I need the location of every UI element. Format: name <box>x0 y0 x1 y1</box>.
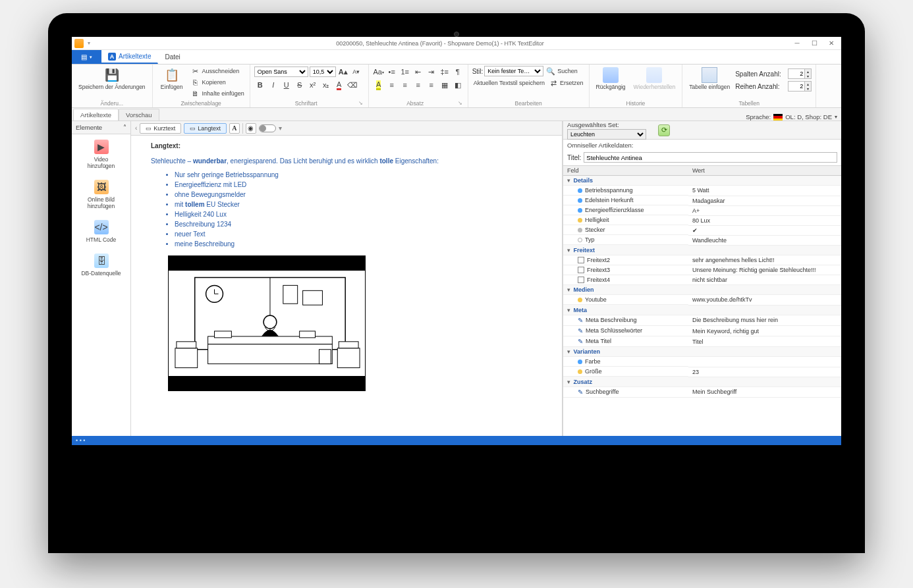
paragraph-dialog-launcher[interactable]: ↘ <box>458 100 464 107</box>
office-cartoon-icon <box>169 271 365 376</box>
font-dialog-launcher[interactable]: ↘ <box>358 100 364 107</box>
placeholder-button[interactable]: ◉ <box>246 123 256 134</box>
file-tab[interactable]: ▤▾ <box>72 50 101 64</box>
search-icon: 🔍 <box>546 67 555 76</box>
property-row[interactable]: TypWandleuchte <box>563 235 841 245</box>
group-row[interactable]: ▾ Details <box>563 176 841 186</box>
redo-icon <box>646 67 662 83</box>
group-row[interactable]: ▾ Meta <box>563 305 841 315</box>
align-center-button[interactable]: ≡ <box>399 79 411 91</box>
rows-count-stepper[interactable]: ▴▾ <box>788 81 812 92</box>
numbering-button[interactable]: 1≡ <box>399 66 411 78</box>
underline-button[interactable]: U <box>281 79 292 91</box>
border-button[interactable]: ▦ <box>439 79 451 91</box>
quick-caret-icon[interactable]: ▾ <box>88 40 90 46</box>
columns-count-stepper[interactable]: ▴▾ <box>788 68 812 79</box>
highlight-button[interactable]: A <box>373 79 385 91</box>
strikethrough-button[interactable]: S <box>294 79 306 91</box>
shrink-font-button[interactable]: A▾ <box>350 66 362 78</box>
maximize-button[interactable]: ☐ <box>807 39 821 48</box>
property-row[interactable]: Helligkeit80 Lux <box>563 215 841 225</box>
refresh-button[interactable]: ⟳ <box>658 124 670 136</box>
align-right-button[interactable]: ≡ <box>412 79 424 91</box>
line-spacing-button[interactable]: ‡≡ <box>439 66 451 78</box>
sidebar-item-video[interactable]: ▶ Video hinzufügen <box>72 134 130 174</box>
bullets-button[interactable]: •≡ <box>386 66 398 78</box>
group-row[interactable]: ▾ Medien <box>563 285 841 295</box>
copy-button[interactable]: ⎘Kopieren <box>190 77 246 88</box>
property-row[interactable]: Youtubewww.youtube.de/htkTv <box>563 295 841 306</box>
subscript-button[interactable]: x₂ <box>320 79 332 91</box>
langtext-view-button[interactable]: ▭Langtext <box>184 123 227 134</box>
tab-vorschau[interactable]: Vorschau <box>119 109 159 120</box>
tab-artikeltexte[interactable]: A Artikeltexte <box>101 50 158 64</box>
font-size-select[interactable]: 10,5 <box>310 67 336 77</box>
font-color-button[interactable]: A <box>333 79 345 91</box>
save-changes-button[interactable]: 💾 Speichern der Änderungen <box>76 66 148 92</box>
close-button[interactable]: ✕ <box>824 39 839 48</box>
property-row[interactable]: Edelstein HerkunftMadagaskar <box>563 196 841 205</box>
case-button[interactable]: Aa▾ <box>373 66 385 78</box>
font-family-select[interactable]: Open Sans <box>254 67 308 77</box>
group-row[interactable]: ▾ Zusatz <box>563 377 841 387</box>
kurztext-view-button[interactable]: ▭Kurztext <box>140 123 181 134</box>
justify-button[interactable]: ≡ <box>426 79 437 91</box>
property-row[interactable]: ✎Meta BeschreibungDie Beschreibung muss … <box>563 315 841 326</box>
save-current-style-button[interactable]: Aktuellen Textstil speichern <box>472 79 546 87</box>
sidebar-item-online-image[interactable]: 🖼 Online Bild hinzufügen <box>72 174 130 215</box>
font-view-button[interactable]: A <box>229 123 240 134</box>
selected-set-dropdown[interactable]: Leuchten <box>567 129 646 140</box>
code-icon: </> <box>94 220 109 234</box>
property-row[interactable]: Freitext4nicht sichtbar <box>563 275 841 285</box>
property-row[interactable]: ✎Meta TitelTitel <box>563 336 841 347</box>
property-row[interactable]: EnergieeffizienzklasseA+ <box>563 205 841 215</box>
cut-button[interactable]: ✂Ausschneiden <box>190 66 246 76</box>
property-row[interactable]: Stecker✔ <box>563 225 841 235</box>
property-row[interactable]: Freitext3Unsere Meinung: Richtig geniale… <box>563 265 841 275</box>
column-header-value[interactable]: Wert <box>688 166 841 176</box>
find-button[interactable]: 🔍Suchen <box>545 66 579 76</box>
toggle-chevron-icon[interactable]: ▾ <box>279 124 282 132</box>
outdent-button[interactable]: ⇤ <box>412 66 424 78</box>
property-row[interactable]: ✎SuchbegriffeMein Suchbegriff <box>563 387 841 398</box>
minimize-button[interactable]: ─ <box>790 39 804 48</box>
italic-button[interactable]: I <box>267 79 279 91</box>
chevron-down-icon: ▾ <box>90 55 92 60</box>
view-toggle[interactable] <box>259 124 276 132</box>
property-grid[interactable]: Feld Wert ▾ DetailsBetriebsspannung5 Wat… <box>563 165 841 436</box>
superscript-button[interactable]: x² <box>307 79 319 91</box>
paste-button[interactable]: 📋 Einfügen <box>157 66 187 92</box>
tab-artikeltexte-doc[interactable]: Artikeltexte <box>73 109 119 120</box>
align-left-button[interactable]: ≡ <box>386 79 398 91</box>
collapse-icon[interactable]: ˄ <box>123 124 126 131</box>
group-row[interactable]: ▾ Varianten <box>563 347 841 357</box>
paste-special-icon: 🗎 <box>191 89 200 98</box>
replace-button[interactable]: ⇄Ersetzen <box>547 78 585 88</box>
article-title-input[interactable] <box>584 152 837 163</box>
insert-table-button[interactable]: Tabelle einfügen <box>686 66 733 92</box>
sidebar-item-db-source[interactable]: 🗄 DB-Datenquelle <box>72 248 130 282</box>
column-header-field[interactable]: Feld <box>563 166 688 176</box>
property-row[interactable]: ✎Meta SchlüsselwörterMein Keyword, richt… <box>563 326 841 336</box>
property-row[interactable]: Farbe <box>563 357 841 367</box>
property-row[interactable]: Freitext2sehr angenehmes helles Licht!! <box>563 255 841 265</box>
language-selector[interactable]: Sprache: OL: D, Shop: DE ▾ <box>746 113 841 120</box>
bold-button[interactable]: B <box>254 79 266 91</box>
text-style-select[interactable]: Kein fester Te… <box>484 66 543 76</box>
editor-content[interactable]: Langtext: Stehleuchte – wunderbar, energ… <box>131 136 562 436</box>
sidebar-item-html-code[interactable]: </> HTML Code <box>72 215 130 248</box>
property-row[interactable]: Betriebsspannung5 Watt <box>563 186 841 196</box>
redo-button[interactable]: Wiederherstellen <box>631 66 678 92</box>
grow-font-button[interactable]: A▴ <box>337 66 349 78</box>
shading-button[interactable]: ◧ <box>452 79 464 91</box>
indent-button[interactable]: ⇥ <box>426 66 437 78</box>
paste-contents-button[interactable]: 🗎Inhalte einfügen <box>190 88 246 99</box>
nav-left-icon[interactable]: ‹ <box>135 124 137 132</box>
pilcrow-button[interactable]: ¶ <box>452 66 464 78</box>
clear-format-button[interactable]: ⌫ <box>346 79 358 91</box>
group-row[interactable]: ▾ Freitext <box>563 245 841 255</box>
svg-rect-9 <box>208 344 333 364</box>
property-row[interactable]: Größe23 <box>563 367 841 377</box>
undo-button[interactable]: Rückgängig <box>594 66 628 92</box>
tab-datei[interactable]: Datei <box>158 50 187 64</box>
